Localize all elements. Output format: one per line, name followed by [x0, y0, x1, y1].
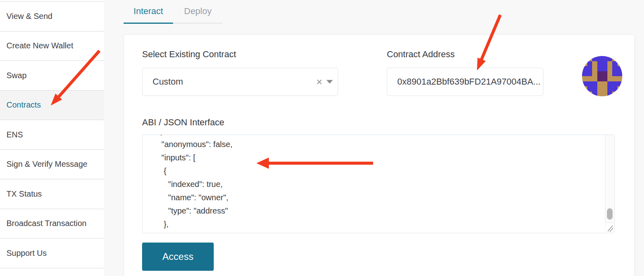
- contract-select-value: Custom: [142, 77, 183, 87]
- contract-address-input[interactable]: [387, 68, 543, 96]
- sidebar-item-label: Support Us: [6, 249, 47, 258]
- sidebar: View & SendCreate New WalletSwapContract…: [0, 0, 104, 276]
- address-identicon-avatar: [582, 56, 622, 96]
- sidebar-item-label: Swap: [6, 71, 27, 80]
- sidebar-item-support-us[interactable]: Support Us: [0, 239, 104, 268]
- contract-select[interactable]: Custom ×: [142, 68, 338, 96]
- sidebar-item-ens[interactable]: ENS: [0, 120, 104, 150]
- abi-scrollbar[interactable]: [605, 135, 614, 223]
- sidebar-item-swap[interactable]: Swap: [0, 61, 104, 91]
- sidebar-item-create-new-wallet[interactable]: Create New Wallet: [0, 31, 104, 61]
- abi-scrollbar-thumb[interactable]: [607, 208, 613, 220]
- abi-content: { "anonymous": false, "inputs": [ { "ind…: [142, 135, 605, 233]
- sidebar-item-label: ENS: [6, 130, 23, 139]
- sidebar-item-label: Sign & Verify Message: [6, 160, 87, 169]
- tab-bar: Interact Deploy: [124, 0, 223, 24]
- sidebar-item-label: Create New Wallet: [6, 41, 73, 50]
- sidebar-item-contracts[interactable]: Contracts: [0, 91, 104, 120]
- sidebar-item-label: Contracts: [6, 100, 41, 110]
- sidebar-item-tx-status[interactable]: TX Status: [0, 179, 104, 209]
- sidebar-item-label: Broadcast Transaction: [6, 219, 87, 228]
- sidebar-item-sign-verify-message[interactable]: Sign & Verify Message: [0, 150, 104, 180]
- sidebar-item-label: View & Send: [6, 12, 52, 21]
- abi-json-text: { "anonymous": false, "inputs": [ { "ind…: [157, 135, 605, 231]
- tab-interact-label: Interact: [134, 6, 163, 17]
- access-button[interactable]: Access: [142, 243, 214, 271]
- contract-address-label: Contract Address: [387, 49, 455, 60]
- clear-icon[interactable]: ×: [316, 77, 322, 87]
- chevron-down-icon[interactable]: [326, 80, 333, 84]
- tab-deploy[interactable]: Deploy: [173, 0, 223, 24]
- abi-json-interface-label: ABI / JSON Interface: [142, 117, 224, 128]
- sidebar-item-view-send[interactable]: View & Send: [0, 2, 104, 31]
- tab-interact[interactable]: Interact: [124, 0, 173, 24]
- sidebar-item-label: TX Status: [6, 189, 42, 199]
- resize-handle-icon[interactable]: [605, 223, 614, 233]
- tab-deploy-label: Deploy: [184, 6, 211, 17]
- select-existing-contract-label: Select Existing Contract: [142, 49, 236, 60]
- sidebar-item-broadcast-transaction[interactable]: Broadcast Transaction: [0, 209, 104, 239]
- sidebar-menu: View & SendCreate New WalletSwapContract…: [0, 1, 104, 268]
- content-card: Select Existing Contract Custom × Contra…: [124, 34, 635, 276]
- abi-textarea[interactable]: { "anonymous": false, "inputs": [ { "ind…: [142, 135, 615, 233]
